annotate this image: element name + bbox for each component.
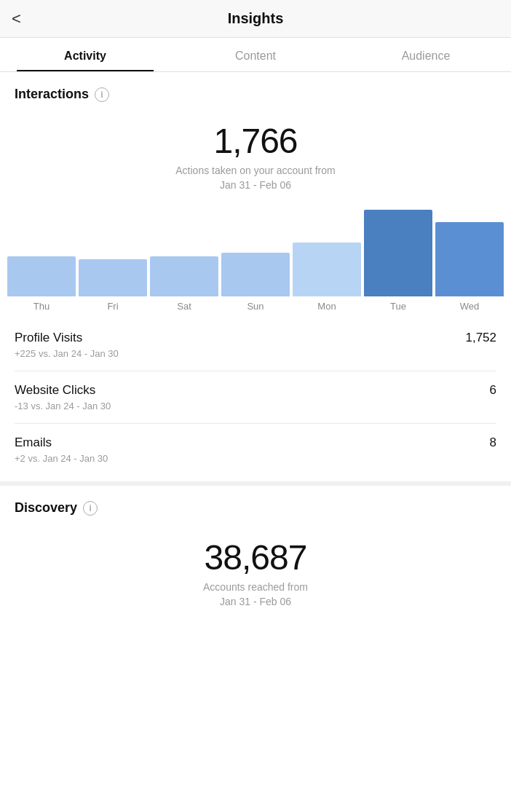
tab-content[interactable]: Content bbox=[170, 38, 341, 71]
stats-list: Profile Visits1,752+225 vs. Jan 24 - Jan… bbox=[0, 312, 511, 476]
discovery-subtitle: Accounts reached from Jan 31 - Feb 06 bbox=[15, 580, 496, 609]
bar-fri bbox=[79, 259, 147, 296]
stat-compare-0: +225 vs. Jan 24 - Jan 30 bbox=[15, 348, 496, 359]
stat-main-1: Website Clicks6 bbox=[15, 383, 496, 398]
bar-col-sun: Sun bbox=[221, 210, 290, 312]
bar-col-tue: Tue bbox=[364, 210, 432, 312]
stat-main-2: Emails8 bbox=[15, 435, 496, 450]
page-title: Insights bbox=[228, 10, 284, 27]
bar-thu bbox=[7, 256, 76, 296]
stat-row-1: Website Clicks6-13 vs. Jan 24 - Jan 30 bbox=[15, 371, 496, 424]
bar-wed bbox=[435, 222, 504, 296]
bar-tue bbox=[364, 210, 432, 296]
interactions-header: Interactions i bbox=[15, 87, 496, 102]
stat-value-1: 6 bbox=[490, 383, 496, 398]
bar-label-mon: Mon bbox=[317, 301, 336, 312]
discovery-total: 38,687 bbox=[15, 537, 496, 578]
bar-col-wed: Wed bbox=[435, 210, 504, 312]
discovery-title: Discovery bbox=[15, 500, 77, 516]
tab-activity[interactable]: Activity bbox=[0, 38, 170, 71]
interactions-subtitle: Actions taken on your account from Jan 3… bbox=[15, 164, 496, 192]
stat-compare-1: -13 vs. Jan 24 - Jan 30 bbox=[15, 401, 496, 411]
bar-sat bbox=[150, 256, 218, 296]
header: < Insights bbox=[0, 0, 511, 38]
interactions-section: Interactions i 1,766 Actions taken on yo… bbox=[0, 72, 511, 195]
bar-mon bbox=[293, 243, 361, 296]
bar-sun bbox=[221, 253, 290, 296]
tab-audience[interactable]: Audience bbox=[341, 38, 511, 71]
stat-main-0: Profile Visits1,752 bbox=[15, 331, 496, 345]
bar-label-tue: Tue bbox=[390, 301, 406, 312]
bar-col-sat: Sat bbox=[150, 210, 218, 312]
stat-value-0: 1,752 bbox=[465, 331, 496, 345]
interactions-title: Interactions bbox=[15, 87, 89, 102]
discovery-big-stat: 38,687 Accounts reached from Jan 31 - Fe… bbox=[15, 527, 496, 612]
bar-label-fri: Fri bbox=[107, 301, 118, 312]
discovery-info-icon[interactable]: i bbox=[83, 501, 98, 516]
bar-col-fri: Fri bbox=[79, 210, 147, 312]
discovery-header: Discovery i bbox=[15, 500, 496, 516]
tabs-bar: Activity Content Audience bbox=[0, 38, 511, 72]
stat-value-2: 8 bbox=[490, 435, 496, 450]
discovery-section: Discovery i 38,687 Accounts reached from… bbox=[0, 481, 511, 612]
stat-name-1: Website Clicks bbox=[15, 383, 95, 398]
stat-row-0: Profile Visits1,752+225 vs. Jan 24 - Jan… bbox=[15, 319, 496, 371]
stat-row-2: Emails8+2 vs. Jan 24 - Jan 30 bbox=[15, 424, 496, 476]
stat-name-0: Profile Visits bbox=[15, 331, 82, 345]
bar-label-thu: Thu bbox=[33, 301, 49, 312]
stat-name-2: Emails bbox=[15, 435, 52, 450]
interactions-big-stat: 1,766 Actions taken on your account from… bbox=[15, 114, 496, 195]
interactions-info-icon[interactable]: i bbox=[95, 87, 109, 102]
stat-compare-2: +2 vs. Jan 24 - Jan 30 bbox=[15, 453, 496, 464]
back-button[interactable]: < bbox=[12, 9, 21, 28]
bar-col-thu: Thu bbox=[7, 210, 76, 312]
bar-label-wed: Wed bbox=[460, 301, 480, 312]
interactions-total: 1,766 bbox=[15, 121, 496, 161]
bar-label-sat: Sat bbox=[177, 301, 191, 312]
bar-label-sun: Sun bbox=[247, 301, 264, 312]
interactions-chart: ThuFriSatSunMonTueWed bbox=[0, 195, 511, 312]
bar-col-mon: Mon bbox=[293, 210, 361, 312]
